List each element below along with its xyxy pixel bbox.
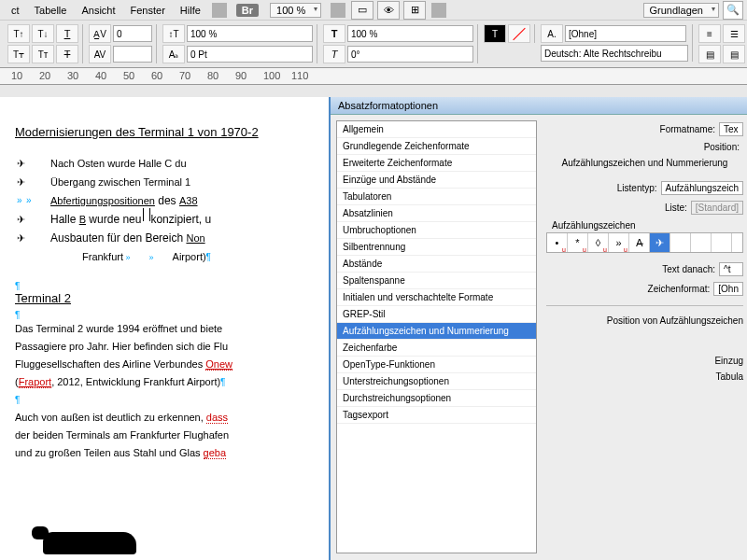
category-list[interactable]: AllgemeinGrundlegende ZeichenformateErwe… xyxy=(336,120,537,553)
category-item[interactable]: Grundlegende Zeichenformate xyxy=(337,138,536,155)
subscript-btn[interactable]: T↓ xyxy=(32,24,54,43)
baseline-field[interactable] xyxy=(187,46,313,63)
category-item[interactable]: Tagsexport xyxy=(337,407,536,424)
glyph-bullet[interactable]: •u xyxy=(547,233,568,252)
category-item[interactable]: GREP-Stil xyxy=(337,306,536,323)
align-center-btn[interactable]: ☰ xyxy=(723,24,745,43)
baseline-icon: Aₐ xyxy=(162,45,185,63)
underline-btn[interactable]: T xyxy=(56,24,78,43)
category-item[interactable]: Silbentrennung xyxy=(337,239,536,256)
listtype-select[interactable]: Aufzählungszeich xyxy=(661,181,743,195)
menu-item[interactable]: Tabelle xyxy=(27,5,75,16)
fill-icon[interactable]: T xyxy=(484,24,506,43)
vscale-icon: ↕T xyxy=(162,24,185,43)
allcaps-btn[interactable]: Tт xyxy=(32,45,54,63)
category-item[interactable]: Zeichenfarbe xyxy=(337,340,536,357)
image-placeholder[interactable] xyxy=(43,532,136,554)
glyph-guillemet[interactable]: »u xyxy=(609,233,629,252)
panel-subtitle: Aufzählungszeichen und Nummerierung xyxy=(546,158,743,168)
bullet-list: ✈Nach Osten wurde Halle C du ✈Übergang z… xyxy=(50,154,317,267)
menu-bar: ct Tabelle Ansicht Fenster Hilfe Br 100 … xyxy=(0,0,747,21)
glyph-asterisk[interactable]: *u xyxy=(568,233,588,252)
position-label: Position: xyxy=(704,142,740,152)
justify-center-btn[interactable]: ▤ xyxy=(723,45,745,63)
glyph-plane[interactable]: ✈ xyxy=(650,233,670,252)
tabula-label: Tabula xyxy=(546,371,743,382)
category-item[interactable]: Abstände xyxy=(337,256,536,273)
category-item[interactable]: Einzüge und Abstände xyxy=(337,172,536,189)
menu-item[interactable]: Fenster xyxy=(123,5,173,16)
control-toolbar: T↑T↓T TᴛTтT A̲V AV ↕T Aₐ T T T A. ≡☰≡▤ ▤… xyxy=(0,21,747,68)
charfmt-select[interactable]: [Ohn xyxy=(713,282,743,296)
charstyle-icon: A. xyxy=(541,24,563,43)
tracking-icon: AV xyxy=(89,45,111,63)
glyph-add[interactable]: A̶ xyxy=(629,233,650,252)
bullet-glyph-grid[interactable]: •u *u ◊u »u A̶ ✈ xyxy=(546,232,743,253)
category-item[interactable]: OpenType-Funktionen xyxy=(337,357,536,373)
charfmt-label: Zeichenformat: xyxy=(648,284,711,294)
tracking-field[interactable] xyxy=(113,46,152,63)
kerning-icon: A̲V xyxy=(89,24,111,43)
formatname-label: Formatname: xyxy=(660,124,715,134)
category-item[interactable]: Aufzählungszeichen und Nummerierung xyxy=(337,323,536,340)
body-text: Das Terminal 2 wurde 1994 eröffnet und b… xyxy=(15,320,317,462)
view-options-icon[interactable]: 👁 xyxy=(377,1,400,20)
paragraph-style-options-panel: Absatzformatoptionen AllgemeinGrundlegen… xyxy=(329,97,747,560)
textafter-field[interactable]: ^t xyxy=(719,262,743,276)
heading: Modernisierungen des Terminal 1 von 1970… xyxy=(15,125,317,139)
kerning-field[interactable] xyxy=(113,25,152,42)
workspace-select[interactable]: Grundlagen xyxy=(643,3,720,18)
strike-btn[interactable]: T xyxy=(56,45,78,63)
category-item[interactable]: Spaltenspanne xyxy=(337,273,536,289)
hscale-icon: T xyxy=(323,24,345,43)
horizontal-ruler: 10 20 30 40 50 60 70 80 90 100 110 xyxy=(0,68,747,85)
category-item[interactable]: Erweiterte Zeichenformate xyxy=(337,155,536,172)
lang-field[interactable] xyxy=(541,45,688,62)
category-item[interactable]: Initialen und verschachtelte Formate xyxy=(337,289,536,306)
skew-field[interactable] xyxy=(347,46,473,63)
arrange-icon[interactable]: ⊞ xyxy=(403,1,426,20)
menu-item[interactable]: ct xyxy=(4,5,27,16)
einzug-label: Einzug xyxy=(546,356,743,366)
stroke-icon[interactable] xyxy=(508,24,530,43)
category-item[interactable]: Allgemein xyxy=(337,121,536,138)
document-page[interactable]: Modernisierungen des Terminal 1 von 1970… xyxy=(0,97,331,560)
glyph-diamond[interactable]: ◊u xyxy=(588,233,609,252)
charstyle-field[interactable] xyxy=(565,25,686,42)
superscript-btn[interactable]: T↑ xyxy=(7,24,30,43)
panel-title: Absatzformatoptionen xyxy=(331,97,747,115)
category-item[interactable]: Tabulatoren xyxy=(337,189,536,205)
category-item[interactable]: Umbruchoptionen xyxy=(337,222,536,239)
glyphs-label: Aufzählungszeichen xyxy=(552,220,743,231)
zoom-select[interactable]: 100 % xyxy=(270,3,321,18)
category-item[interactable]: Absatzlinien xyxy=(337,205,536,222)
position-section-label: Position von Aufzählungszeichen xyxy=(546,315,743,326)
list-label: Liste: xyxy=(665,203,687,213)
bridge-button[interactable]: Br xyxy=(236,4,259,17)
search-icon[interactable]: 🔍 xyxy=(723,1,743,20)
vscale-field[interactable] xyxy=(187,25,313,42)
justify-left-btn[interactable]: ▤ xyxy=(698,45,721,63)
skew-icon: T xyxy=(323,45,345,63)
list-select[interactable]: [Standard] xyxy=(691,201,743,215)
listtype-label: Listentyp: xyxy=(617,183,657,193)
category-item[interactable]: Durchstreichungsoptionen xyxy=(337,390,536,407)
menu-item[interactable]: Ansicht xyxy=(74,5,122,16)
category-item[interactable]: Unterstreichungsoptionen xyxy=(337,373,536,390)
hscale-field[interactable] xyxy=(347,25,473,42)
formatname-field[interactable]: Tex xyxy=(719,122,743,136)
textafter-label: Text danach: xyxy=(662,264,715,274)
screen-mode-icon[interactable]: ▭ xyxy=(351,1,374,20)
align-left-btn[interactable]: ≡ xyxy=(698,24,721,43)
text-cursor xyxy=(141,210,150,223)
menu-item[interactable]: Hilfe xyxy=(173,5,208,16)
smallcaps-btn[interactable]: Tᴛ xyxy=(7,45,30,63)
heading-2: Terminal 2 xyxy=(15,291,317,305)
